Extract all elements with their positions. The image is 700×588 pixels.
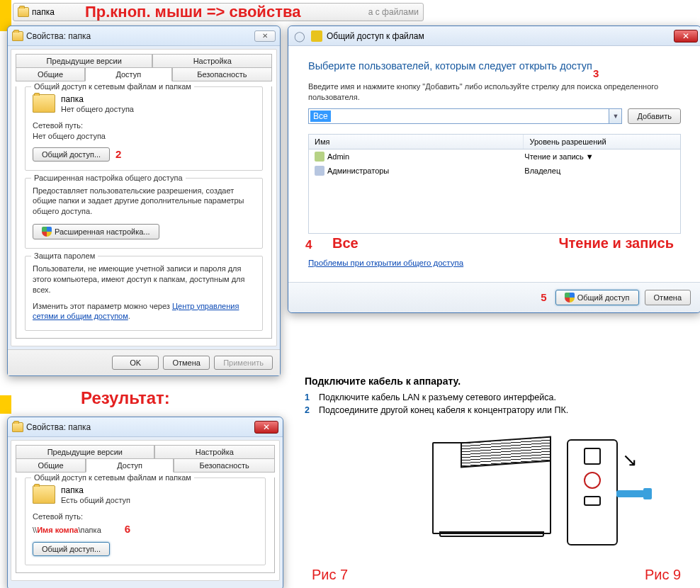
printer-illustration: [432, 442, 551, 534]
tab-security[interactable]: Безопасность: [172, 67, 272, 81]
lan-cable-icon: [616, 490, 645, 497]
group-password-protect: Защита паролем: [31, 251, 98, 260]
annotation-rw: Чтение и запись: [559, 235, 674, 251]
folder-icon: [18, 7, 29, 17]
cancel-button[interactable]: Отмена: [163, 356, 210, 370]
folder-properties-dialog: Свойства: папка ✕ Предыдущие версии Наст…: [7, 26, 281, 376]
tab-general[interactable]: Общие: [16, 67, 85, 81]
tab-prev-versions[interactable]: Предыдущие версии: [16, 54, 152, 68]
table-row[interactable]: Администраторы Владелец: [309, 164, 680, 178]
doc-step: 1 Подключите кабель LAN к разъему сетево…: [305, 392, 697, 402]
share-btn-label: Общий доступ: [577, 293, 630, 302]
wizard-cancel-button[interactable]: Отмена: [645, 290, 691, 305]
annotation-5: 5: [541, 291, 546, 303]
row-permission[interactable]: Чтение и запись ▼: [524, 152, 674, 161]
group-icon: [315, 166, 324, 176]
step-number: 2: [305, 405, 315, 415]
doc-title: Подключите кабель к аппарату.: [305, 375, 697, 387]
password-desc2-post: .: [128, 312, 130, 320]
annotation-rightclick: Пр.кноп. мыши => свойства: [85, 3, 300, 21]
folder-properties-dialog-result: Свойства: папка ✕ Предыдущие версии Наст…: [7, 417, 283, 588]
tab-prev-versions[interactable]: Предыдущие версии: [16, 445, 154, 459]
close-button[interactable]: ✕: [254, 30, 276, 42]
row-name: Admin: [327, 152, 349, 161]
user-icon: [315, 152, 324, 162]
tab-security[interactable]: Безопасность: [174, 458, 275, 473]
troubleshoot-link[interactable]: Проблемы при открытии общего доступа: [308, 259, 463, 267]
close-button[interactable]: ✕: [254, 421, 278, 434]
advanced-sharing-button[interactable]: Расширенная настройка...: [33, 224, 159, 239]
annotation-pcname: Имя компа: [37, 526, 78, 534]
connection-diagram: ↘: [425, 425, 638, 560]
tab-sharing[interactable]: Доступ: [86, 458, 174, 473]
titlebar[interactable]: Свойства: папка ✕: [8, 26, 280, 46]
step-text: Подсоедините другой конец кабеля к конце…: [319, 405, 568, 415]
combo-dropdown-arrow[interactable]: ▼: [609, 108, 622, 124]
share-status: Есть общий доступ: [61, 495, 130, 506]
breadcrumb-tail: а с файлами: [368, 7, 419, 17]
annotation-all: Все: [332, 235, 359, 251]
back-icon[interactable]: ◯: [294, 30, 305, 42]
shield-icon: [565, 293, 575, 303]
usb-port-icon: [584, 448, 601, 465]
network-path-value: \\Имя компа\папка 6: [33, 522, 258, 536]
row-name: Администраторы: [327, 166, 389, 175]
share-submit-button[interactable]: Общий доступ: [555, 290, 639, 305]
annotation-6: 6: [125, 523, 130, 535]
combo-selected: Все: [310, 111, 331, 122]
folder-icon-large: [33, 94, 55, 113]
share-button[interactable]: Общий доступ...: [33, 542, 110, 556]
network-path-label: Сетевой путь:: [33, 120, 255, 131]
share-icon: [311, 30, 322, 42]
file-sharing-wizard: ◯ Общий доступ к файлам ✕ Выберите польз…: [288, 26, 700, 313]
tab-sharing[interactable]: Доступ: [85, 67, 172, 81]
col-name[interactable]: Имя: [309, 135, 524, 149]
share-status: Нет общего доступа: [61, 104, 134, 115]
network-path-label: Сетевой путь:: [33, 511, 258, 522]
annotation-fig9: Рис 9: [645, 567, 681, 583]
annotation-3: 3: [593, 67, 599, 79]
path-suffix: \папка: [78, 526, 101, 534]
apply-button[interactable]: Применить: [214, 356, 273, 370]
close-button[interactable]: ✕: [674, 30, 698, 43]
step-text: Подключите кабель LAN к разъему сетевого…: [319, 392, 556, 402]
lan-port-icon: [584, 472, 601, 489]
table-row[interactable]: Admin Чтение и запись ▼: [309, 149, 680, 164]
dialog-title: Свойства: папка: [26, 422, 91, 432]
col-permission[interactable]: Уровень разрешений: [524, 135, 680, 149]
shield-icon: [42, 227, 52, 237]
group-advanced-sharing: Расширенная настройка общего доступа: [31, 174, 186, 182]
annotation-result: Результат:: [81, 388, 170, 408]
port-icon: [584, 496, 601, 506]
step-number: 1: [305, 392, 315, 402]
tab-customize[interactable]: Настройка: [152, 54, 272, 68]
tab-customize[interactable]: Настройка: [154, 445, 275, 459]
password-desc: Пользователи, не имеющие учетной записи …: [33, 264, 255, 295]
permissions-table: Имя Уровень разрешений Admin Чтение и за…: [308, 134, 681, 234]
advanced-btn-label: Расширенная настройка...: [55, 227, 150, 236]
annotation-2: 2: [115, 148, 121, 160]
add-button[interactable]: Добавить: [628, 108, 681, 124]
titlebar[interactable]: Свойства: папка ✕: [8, 417, 283, 437]
folder-icon: [12, 31, 23, 41]
folder-icon: [12, 422, 23, 432]
wizard-titlebar[interactable]: ◯ Общий доступ к файлам ✕: [288, 26, 700, 46]
advanced-desc: Предоставляет пользовательские разрешени…: [33, 186, 255, 217]
wizard-heading: Выберите пользователей, которым следует …: [308, 60, 681, 72]
doc-step: 2 Подсоедините другой конец кабеля к кон…: [305, 405, 697, 415]
ok-button[interactable]: OK: [112, 356, 159, 370]
wizard-subtext: Введите имя и нажмите кнопку "Добавить" …: [308, 81, 681, 103]
annotation-4: 4: [305, 238, 312, 252]
annotation-fig7: Рис 7: [312, 567, 348, 583]
folder-name-text: папка: [61, 94, 134, 104]
group-network-sharing: Общий доступ к сетевым файлам и папкам: [31, 473, 194, 482]
group-network-sharing: Общий доступ к сетевым файлам и папкам: [31, 82, 194, 91]
address-folder-name: папка: [32, 7, 55, 17]
user-combobox[interactable]: Все: [308, 108, 609, 124]
doc-panel: Подключите кабель к аппарату. 1 Подключи…: [305, 375, 697, 560]
tab-general[interactable]: Общие: [16, 458, 86, 473]
folder-icon-large: [33, 485, 55, 504]
folder-name-text: папка: [61, 485, 130, 495]
dialog-title: Свойства: папка: [26, 31, 91, 41]
share-button[interactable]: Общий доступ...: [33, 147, 110, 162]
